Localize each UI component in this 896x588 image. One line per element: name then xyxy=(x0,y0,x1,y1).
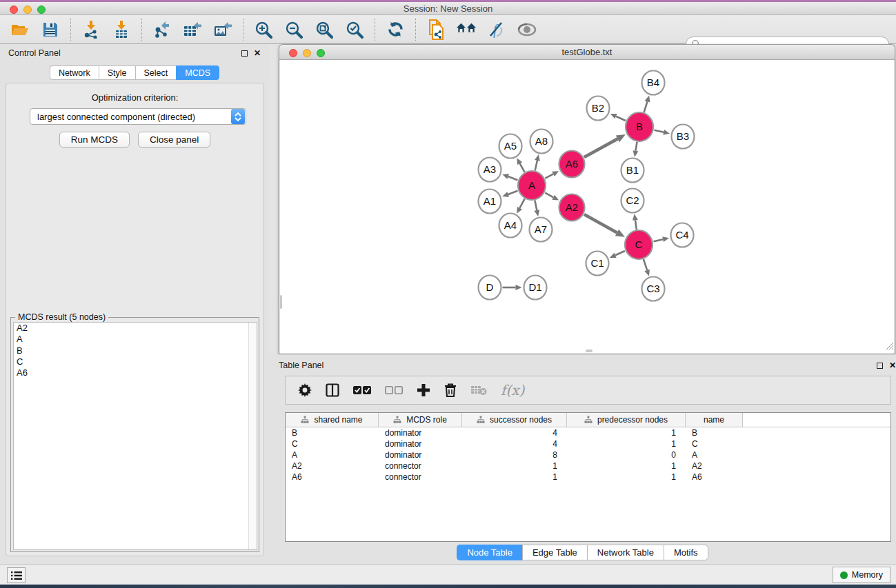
maximize-window-button[interactable] xyxy=(37,6,46,14)
mcds-list-scrollbar[interactable] xyxy=(248,323,257,549)
table-row[interactable]: A6connector11A6 xyxy=(286,472,890,483)
node-table-body[interactable]: Bdominator41BCdominator41CAdominator80AA… xyxy=(286,427,890,483)
float-panel-icon[interactable] xyxy=(241,50,248,57)
mcds-result-item[interactable]: A xyxy=(14,334,257,345)
memory-button[interactable]: Memory xyxy=(833,567,890,583)
import-network-icon[interactable] xyxy=(81,19,101,40)
refresh-icon[interactable] xyxy=(385,19,406,40)
criterion-dropdown[interactable]: largest connected component (directed) xyxy=(30,108,246,125)
delete-column-icon[interactable] xyxy=(444,383,457,398)
column-header-name[interactable]: name xyxy=(686,413,743,427)
node-A6[interactable]: A6 xyxy=(559,151,585,178)
mcds-result-item[interactable]: A6 xyxy=(14,367,257,378)
export-network-icon[interactable] xyxy=(152,19,172,40)
network-window-titlebar[interactable]: testGlobe.txt xyxy=(279,44,895,60)
table-close-panel-icon[interactable]: ✕ xyxy=(889,361,896,370)
export-image-icon[interactable] xyxy=(212,19,233,40)
edge-A-A8[interactable] xyxy=(535,161,537,171)
close-panel-icon[interactable]: ✕ xyxy=(254,48,261,58)
node-C4[interactable]: C4 xyxy=(671,223,694,247)
tab-network[interactable]: Network xyxy=(50,65,99,80)
node-A1[interactable]: A1 xyxy=(479,190,501,214)
tab-select[interactable]: Select xyxy=(135,65,177,80)
mcds-result-item[interactable]: A2 xyxy=(14,323,257,334)
node-C[interactable]: C xyxy=(625,230,653,259)
node-B[interactable]: B xyxy=(626,112,653,141)
network-horizontal-scrollbar[interactable] xyxy=(586,349,593,352)
zoom-fit-icon[interactable] xyxy=(314,19,335,40)
eye-icon[interactable] xyxy=(517,19,537,40)
window-controls[interactable] xyxy=(10,6,46,14)
home-view-icon[interactable] xyxy=(456,19,477,40)
node-A7[interactable]: A7 xyxy=(530,218,552,242)
zoom-in-icon[interactable] xyxy=(253,19,274,40)
open-session-icon[interactable] xyxy=(10,19,30,40)
table-row[interactable]: A2connector11A2 xyxy=(286,460,890,472)
node-table[interactable]: shared nameMCDS rolesuccessor nodesprede… xyxy=(285,412,891,542)
deselect-all-icon[interactable] xyxy=(385,385,403,395)
clipboard-network-icon[interactable] xyxy=(426,19,446,40)
add-column-icon[interactable] xyxy=(417,383,430,397)
tab-edge-table[interactable]: Edge Table xyxy=(522,545,587,560)
node-B3[interactable]: B3 xyxy=(672,125,695,149)
node-B4[interactable]: B4 xyxy=(642,71,665,95)
run-mcds-button[interactable]: Run MCDS xyxy=(59,132,130,148)
table-row[interactable]: Adominator80A xyxy=(286,449,890,460)
edge-B-B4[interactable] xyxy=(644,101,648,112)
tab-style[interactable]: Style xyxy=(99,65,135,80)
column-header-predecessor-nodes[interactable]: predecessor nodes xyxy=(567,413,686,427)
edge-B-B1[interactable] xyxy=(635,142,637,151)
mcds-result-list[interactable]: A2ABCA6 xyxy=(13,322,257,550)
zoom-out-icon[interactable] xyxy=(283,19,304,40)
export-table-icon[interactable] xyxy=(182,19,203,40)
node-A3[interactable]: A3 xyxy=(479,158,501,182)
node-A4[interactable]: A4 xyxy=(499,214,522,238)
network-canvas[interactable]: B4B2BB3A5A8A6B1A3AA1C2A2A4A7C4CC1C3DD1 xyxy=(279,60,895,354)
table-float-panel-icon[interactable] xyxy=(877,363,883,369)
node-C3[interactable]: C3 xyxy=(642,277,665,301)
resize-grip-icon[interactable] xyxy=(886,341,894,353)
close-panel-button[interactable]: Close panel xyxy=(138,132,210,148)
import-table-icon[interactable] xyxy=(111,19,132,40)
hide-function-icon[interactable]: f xyxy=(486,19,507,40)
edge-A2-C[interactable] xyxy=(584,214,617,233)
network-graph[interactable]: B4B2BB3A5A8A6B1A3AA1C2A2A4A7C4CC1C3DD1 xyxy=(279,60,895,354)
select-all-icon[interactable] xyxy=(353,385,371,395)
node-C1[interactable]: C1 xyxy=(586,252,609,276)
node-D[interactable]: D xyxy=(479,276,501,300)
delete-table-icon[interactable] xyxy=(470,385,487,396)
save-session-icon[interactable] xyxy=(40,19,61,40)
node-A[interactable]: A xyxy=(518,171,546,200)
node-A2[interactable]: A2 xyxy=(559,194,585,221)
function-builder-icon[interactable]: f(x) xyxy=(501,382,524,398)
edge-A-A1[interactable] xyxy=(508,191,518,194)
column-header-shared-name[interactable]: shared name xyxy=(286,413,379,427)
network-minimize-button[interactable] xyxy=(303,49,311,57)
edge-A-A5[interactable] xyxy=(520,163,525,172)
table-row[interactable]: Cdominator41C xyxy=(286,438,890,449)
edge-A-A6[interactable] xyxy=(545,174,553,178)
close-window-button[interactable] xyxy=(10,6,18,14)
tab-mcds[interactable]: MCDS xyxy=(176,65,219,80)
node-table-header[interactable]: shared nameMCDS rolesuccessor nodesprede… xyxy=(286,413,890,427)
edge-A-A3[interactable] xyxy=(508,176,518,180)
column-header-MCDS-role[interactable]: MCDS role xyxy=(379,413,462,427)
edge-A-A7[interactable] xyxy=(535,201,537,211)
columns-icon[interactable] xyxy=(326,383,339,397)
network-close-button[interactable] xyxy=(289,49,297,57)
tab-node-table[interactable]: Node Table xyxy=(457,545,522,560)
tab-motifs[interactable]: Motifs xyxy=(664,545,708,560)
node-B1[interactable]: B1 xyxy=(621,159,644,183)
edge-A-A2[interactable] xyxy=(545,193,553,198)
tab-network-table[interactable]: Network Table xyxy=(587,545,664,560)
edge-C-C2[interactable] xyxy=(635,220,637,230)
table-row[interactable]: Bdominator41B xyxy=(286,427,890,438)
edge-A-A4[interactable] xyxy=(519,199,524,207)
mcds-result-item[interactable]: C xyxy=(14,356,257,367)
node-B2[interactable]: B2 xyxy=(587,97,610,121)
column-header-successor-nodes[interactable]: successor nodes xyxy=(462,413,567,427)
edge-B-B3[interactable] xyxy=(654,130,664,132)
edge-C-C4[interactable] xyxy=(653,239,663,241)
node-A8[interactable]: A8 xyxy=(530,130,553,154)
minimize-window-button[interactable] xyxy=(23,6,32,14)
